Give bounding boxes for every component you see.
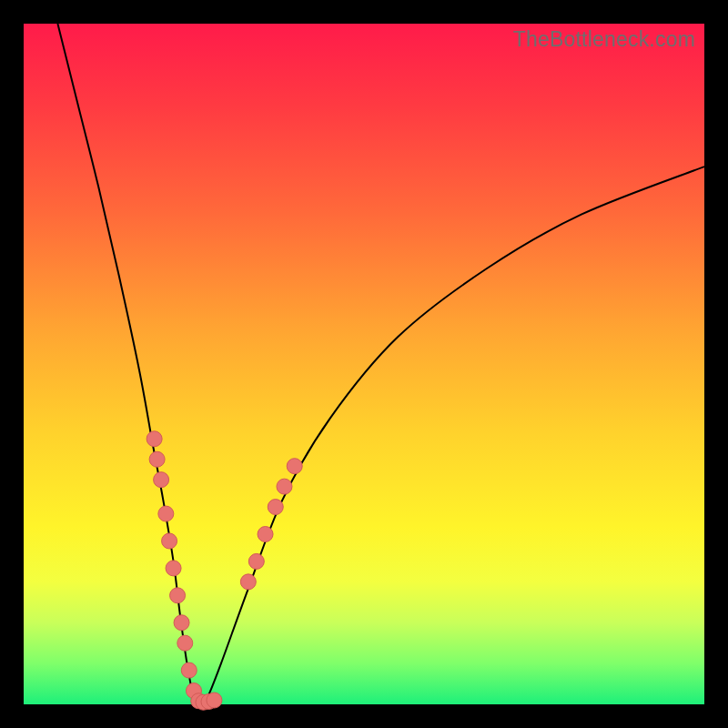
data-point: [177, 635, 193, 651]
data-point: [240, 574, 256, 590]
data-point: [162, 533, 177, 549]
data-point: [181, 662, 197, 678]
data-point: [248, 553, 264, 569]
data-markers: [147, 431, 302, 710]
data-point: [258, 527, 273, 542]
chart-svg: [24, 24, 704, 704]
chart-frame: TheBottleneck.com: [0, 0, 728, 728]
data-point: [170, 588, 186, 603]
data-point: [166, 561, 181, 576]
data-point: [174, 615, 189, 631]
plot-area: TheBottleneck.com: [24, 24, 704, 704]
data-point: [277, 479, 292, 494]
data-point: [158, 506, 174, 521]
data-point: [147, 431, 162, 447]
data-point: [149, 451, 165, 467]
data-point: [287, 459, 302, 474]
data-point: [154, 472, 169, 488]
data-point: [268, 500, 283, 515]
bottleneck-curve: [57, 24, 704, 704]
data-point: [207, 693, 222, 708]
